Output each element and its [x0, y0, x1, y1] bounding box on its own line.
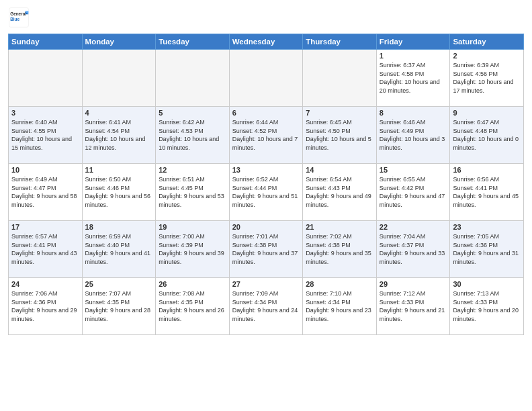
calendar-cell: 15Sunrise: 6:55 AM Sunset: 4:42 PM Dayli…: [376, 164, 450, 221]
day-info: Sunrise: 7:04 AM Sunset: 4:37 PM Dayligh…: [380, 232, 447, 266]
day-number: 2: [453, 52, 521, 60]
day-info: Sunrise: 6:37 AM Sunset: 4:58 PM Dayligh…: [380, 61, 447, 95]
day-info: Sunrise: 7:06 AM Sunset: 4:36 PM Dayligh…: [11, 289, 79, 323]
day-info: Sunrise: 6:44 AM Sunset: 4:52 PM Dayligh…: [232, 118, 300, 152]
day-number: 11: [85, 166, 153, 174]
calendar-cell: 3Sunrise: 6:40 AM Sunset: 4:55 PM Daylig…: [9, 107, 83, 164]
day-number: 7: [306, 109, 373, 117]
calendar-cell: [9, 50, 83, 107]
day-number: 13: [232, 166, 300, 174]
week-row-3: 10Sunrise: 6:49 AM Sunset: 4:47 PM Dayli…: [9, 164, 524, 221]
day-number: 19: [159, 223, 226, 231]
week-row-2: 3Sunrise: 6:40 AM Sunset: 4:55 PM Daylig…: [9, 107, 524, 164]
weekday-header-thursday: Thursday: [303, 34, 377, 50]
day-number: 14: [306, 166, 373, 174]
day-number: 26: [159, 280, 226, 288]
calendar-cell: 23Sunrise: 7:05 AM Sunset: 4:36 PM Dayli…: [450, 221, 524, 278]
calendar-cell: 4Sunrise: 6:41 AM Sunset: 4:54 PM Daylig…: [82, 107, 156, 164]
day-info: Sunrise: 6:42 AM Sunset: 4:53 PM Dayligh…: [159, 118, 226, 152]
calendar-cell: 28Sunrise: 7:10 AM Sunset: 4:34 PM Dayli…: [303, 278, 377, 335]
day-number: 9: [453, 109, 521, 117]
weekday-header-monday: Monday: [82, 34, 156, 50]
weekday-header-friday: Friday: [376, 34, 450, 50]
weekday-header-sunday: Sunday: [9, 34, 83, 50]
calendar-cell: 17Sunrise: 6:57 AM Sunset: 4:41 PM Dayli…: [9, 221, 83, 278]
day-number: 17: [11, 223, 79, 231]
day-info: Sunrise: 6:49 AM Sunset: 4:47 PM Dayligh…: [11, 175, 79, 209]
day-info: Sunrise: 6:57 AM Sunset: 4:41 PM Dayligh…: [11, 232, 79, 266]
calendar-cell: 18Sunrise: 6:59 AM Sunset: 4:40 PM Dayli…: [82, 221, 156, 278]
day-number: 25: [85, 280, 153, 288]
calendar-cell: 24Sunrise: 7:06 AM Sunset: 4:36 PM Dayli…: [9, 278, 83, 335]
calendar-cell: 29Sunrise: 7:12 AM Sunset: 4:33 PM Dayli…: [376, 278, 450, 335]
day-info: Sunrise: 7:01 AM Sunset: 4:38 PM Dayligh…: [232, 232, 300, 266]
calendar-cell: 25Sunrise: 7:07 AM Sunset: 4:35 PM Dayli…: [82, 278, 156, 335]
day-number: 23: [453, 223, 521, 231]
weekday-header-wednesday: Wednesday: [229, 34, 303, 50]
day-info: Sunrise: 6:56 AM Sunset: 4:41 PM Dayligh…: [453, 175, 521, 209]
calendar-cell: 5Sunrise: 6:42 AM Sunset: 4:53 PM Daylig…: [156, 107, 230, 164]
day-number: 21: [306, 223, 373, 231]
weekday-header-saturday: Saturday: [450, 34, 524, 50]
calendar-cell: 12Sunrise: 6:51 AM Sunset: 4:45 PM Dayli…: [156, 164, 230, 221]
day-number: 8: [380, 109, 447, 117]
day-info: Sunrise: 6:47 AM Sunset: 4:48 PM Dayligh…: [453, 118, 521, 152]
calendar-cell: 27Sunrise: 7:09 AM Sunset: 4:34 PM Dayli…: [229, 278, 303, 335]
day-info: Sunrise: 7:12 AM Sunset: 4:33 PM Dayligh…: [380, 289, 447, 323]
day-number: 5: [159, 109, 226, 117]
day-info: Sunrise: 6:54 AM Sunset: 4:43 PM Dayligh…: [306, 175, 373, 209]
day-info: Sunrise: 6:50 AM Sunset: 4:46 PM Dayligh…: [85, 175, 153, 209]
calendar-cell: 30Sunrise: 7:13 AM Sunset: 4:33 PM Dayli…: [450, 278, 524, 335]
calendar-cell: [156, 50, 230, 107]
day-number: 28: [306, 280, 373, 288]
calendar-cell: [229, 50, 303, 107]
calendar-cell: 8Sunrise: 6:46 AM Sunset: 4:49 PM Daylig…: [376, 107, 450, 164]
week-row-1: 1Sunrise: 6:37 AM Sunset: 4:58 PM Daylig…: [9, 50, 524, 107]
day-info: Sunrise: 6:55 AM Sunset: 4:42 PM Dayligh…: [380, 175, 447, 209]
weekday-header-tuesday: Tuesday: [156, 34, 230, 50]
day-number: 15: [380, 166, 447, 174]
page-container: General Blue SundayMondayTuesdayWednesda…: [0, 0, 532, 339]
week-row-4: 17Sunrise: 6:57 AM Sunset: 4:41 PM Dayli…: [9, 221, 524, 278]
day-info: Sunrise: 6:39 AM Sunset: 4:56 PM Dayligh…: [453, 61, 521, 95]
day-number: 12: [159, 166, 226, 174]
calendar-cell: 16Sunrise: 6:56 AM Sunset: 4:41 PM Dayli…: [450, 164, 524, 221]
calendar-cell: 20Sunrise: 7:01 AM Sunset: 4:38 PM Dayli…: [229, 221, 303, 278]
day-number: 22: [380, 223, 447, 231]
day-info: Sunrise: 7:00 AM Sunset: 4:39 PM Dayligh…: [159, 232, 226, 266]
day-number: 24: [11, 280, 79, 288]
calendar-cell: [82, 50, 156, 107]
day-info: Sunrise: 6:52 AM Sunset: 4:44 PM Dayligh…: [232, 175, 300, 209]
logo-icon: General Blue: [8, 7, 30, 28]
header-row: General Blue: [8, 7, 524, 28]
day-number: 6: [232, 109, 300, 117]
calendar-cell: 11Sunrise: 6:50 AM Sunset: 4:46 PM Dayli…: [82, 164, 156, 221]
day-info: Sunrise: 7:08 AM Sunset: 4:35 PM Dayligh…: [159, 289, 226, 323]
calendar-cell: 19Sunrise: 7:00 AM Sunset: 4:39 PM Dayli…: [156, 221, 230, 278]
day-info: Sunrise: 7:13 AM Sunset: 4:33 PM Dayligh…: [453, 289, 521, 323]
calendar-cell: 9Sunrise: 6:47 AM Sunset: 4:48 PM Daylig…: [450, 107, 524, 164]
calendar-cell: 14Sunrise: 6:54 AM Sunset: 4:43 PM Dayli…: [303, 164, 377, 221]
calendar-cell: 7Sunrise: 6:45 AM Sunset: 4:50 PM Daylig…: [303, 107, 377, 164]
day-info: Sunrise: 7:10 AM Sunset: 4:34 PM Dayligh…: [306, 289, 373, 323]
day-number: 16: [453, 166, 521, 174]
day-info: Sunrise: 7:09 AM Sunset: 4:34 PM Dayligh…: [232, 289, 300, 323]
day-info: Sunrise: 7:07 AM Sunset: 4:35 PM Dayligh…: [85, 289, 153, 323]
calendar-cell: 1Sunrise: 6:37 AM Sunset: 4:58 PM Daylig…: [376, 50, 450, 107]
week-row-5: 24Sunrise: 7:06 AM Sunset: 4:36 PM Dayli…: [9, 278, 524, 335]
calendar-cell: 6Sunrise: 6:44 AM Sunset: 4:52 PM Daylig…: [229, 107, 303, 164]
calendar-cell: 26Sunrise: 7:08 AM Sunset: 4:35 PM Dayli…: [156, 278, 230, 335]
day-number: 18: [85, 223, 153, 231]
day-number: 10: [11, 166, 79, 174]
day-number: 30: [453, 280, 521, 288]
day-number: 27: [232, 280, 300, 288]
calendar-table: SundayMondayTuesdayWednesdayThursdayFrid…: [8, 34, 524, 335]
svg-text:General: General: [10, 11, 26, 16]
day-number: 20: [232, 223, 300, 231]
calendar-cell: 2Sunrise: 6:39 AM Sunset: 4:56 PM Daylig…: [450, 50, 524, 107]
calendar-cell: 10Sunrise: 6:49 AM Sunset: 4:47 PM Dayli…: [9, 164, 83, 221]
day-number: 1: [380, 52, 447, 60]
day-info: Sunrise: 6:51 AM Sunset: 4:45 PM Dayligh…: [159, 175, 226, 209]
day-info: Sunrise: 6:40 AM Sunset: 4:55 PM Dayligh…: [11, 118, 79, 152]
day-info: Sunrise: 6:41 AM Sunset: 4:54 PM Dayligh…: [85, 118, 153, 152]
